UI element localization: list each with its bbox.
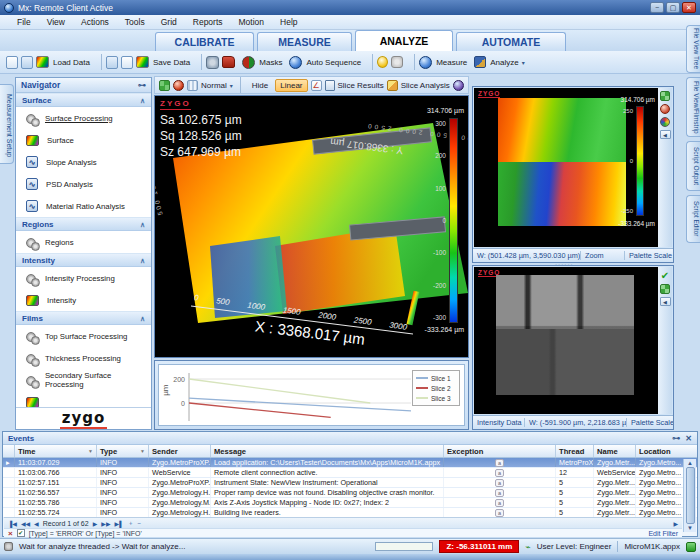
- scroll-right-icon[interactable]: ▶: [673, 520, 678, 527]
- menu-file[interactable]: File: [10, 16, 38, 28]
- col-name[interactable]: Name: [594, 445, 636, 457]
- analyze-dropdown-icon[interactable]: ▾: [522, 59, 525, 66]
- collapse-icon[interactable]: ∧: [140, 218, 145, 230]
- slice-chart-icon[interactable]: ∠: [311, 80, 322, 91]
- scroll-up-icon[interactable]: ▲: [687, 460, 693, 466]
- view-3d-icon[interactable]: [173, 80, 184, 91]
- menu-grid[interactable]: Grid: [154, 16, 184, 28]
- section-films[interactable]: Films∧: [16, 311, 151, 325]
- tab-script-output[interactable]: Script Output: [686, 141, 700, 191]
- close-panel-icon[interactable]: ✕: [685, 434, 692, 443]
- light-level-icon[interactable]: [377, 56, 388, 68]
- load-recent-icon[interactable]: [6, 56, 18, 69]
- nav-item-surface-processing[interactable]: Surface Processing: [16, 107, 151, 129]
- menu-motion[interactable]: Motion: [232, 16, 272, 28]
- layout-grid-icon[interactable]: [660, 284, 670, 294]
- nav-item-top-surface-processing[interactable]: Top Surface Processing: [16, 325, 151, 347]
- check-icon[interactable]: ✔: [661, 270, 669, 281]
- zoom-view[interactable]: ZYGO 314.706 µm 250 0 -250 -333.264 µm: [474, 88, 658, 247]
- save-copy-icon[interactable]: [106, 56, 118, 69]
- scroll-down-icon[interactable]: ▼: [687, 525, 693, 531]
- section-intensity[interactable]: Intensity∧: [16, 253, 151, 267]
- tab-automate[interactable]: AUTOMATE: [456, 32, 566, 51]
- pin-icon[interactable]: ⊶: [672, 434, 680, 443]
- nav-item-intensity-processing[interactable]: Intensity Processing: [16, 267, 151, 289]
- col-type[interactable]: Type▼: [97, 445, 149, 457]
- tab-calibrate[interactable]: CALIBRATE: [155, 32, 254, 51]
- nav-item-surface[interactable]: Surface: [16, 129, 151, 151]
- slice-results-button[interactable]: Slice Results: [338, 81, 384, 90]
- filter-checkbox[interactable]: ✔: [17, 529, 25, 537]
- close-button[interactable]: ✕: [682, 2, 696, 13]
- layout-grid-icon[interactable]: [660, 91, 670, 101]
- prev-page-button[interactable]: ◀◀: [21, 520, 30, 527]
- exception-icon[interactable]: a: [495, 469, 504, 477]
- col-exception[interactable]: Exception: [444, 445, 556, 457]
- sort-icon[interactable]: ▼: [88, 448, 93, 454]
- nav-item-psd-analysis[interactable]: ∿PSD Analysis: [16, 173, 151, 195]
- recipe-icon[interactable]: [222, 56, 235, 68]
- col-thread[interactable]: Thread: [556, 445, 594, 457]
- menu-help[interactable]: Help: [273, 16, 304, 28]
- col-time[interactable]: Time▼: [15, 445, 97, 457]
- nav-item-material-ratio-analysis[interactable]: ∿Material Ratio Analysis: [16, 195, 151, 217]
- measure-icon[interactable]: [419, 56, 432, 69]
- tab-analyze[interactable]: ANALYZE: [355, 30, 453, 51]
- scroll-thumb[interactable]: [686, 467, 695, 524]
- collapse-icon[interactable]: ∧: [140, 94, 145, 106]
- nav-item-regions[interactable]: Regions: [16, 231, 151, 253]
- collapse-strip-icon[interactable]: ◀: [660, 130, 671, 139]
- auto-sequence-button[interactable]: Auto Sequence: [306, 58, 361, 67]
- filter-icon[interactable]: ▼: [140, 448, 145, 454]
- first-record-button[interactable]: ▐◀: [8, 520, 17, 527]
- menu-actions[interactable]: Actions: [74, 16, 116, 28]
- clear-filter-icon[interactable]: ×: [8, 529, 13, 538]
- minimize-button[interactable]: −: [650, 2, 664, 13]
- exception-icon[interactable]: a: [495, 509, 504, 517]
- nav-item-clipped[interactable]: [16, 391, 151, 407]
- nav-item-secondary-surface-processing[interactable]: Secondary Surface Processing: [16, 369, 151, 391]
- display-mode-select[interactable]: Normal: [201, 81, 227, 90]
- save-as-icon[interactable]: [121, 56, 133, 69]
- event-row[interactable]: 11:03:06.766 INFO WebService Remote clie…: [3, 468, 697, 478]
- tab-file-view-filmstrip[interactable]: File View/Filmstrip: [686, 77, 700, 137]
- display-mode-dropdown-icon[interactable]: ▾: [230, 82, 233, 89]
- tab-script-editor[interactable]: Script Editor: [686, 195, 700, 243]
- menu-tools[interactable]: Tools: [118, 16, 152, 28]
- add-record-button[interactable]: ＋: [127, 519, 133, 528]
- col-location[interactable]: Location: [636, 445, 681, 457]
- tab-measure[interactable]: MEASURE: [257, 32, 352, 51]
- slice-results-icon[interactable]: [325, 80, 335, 91]
- view-options-icon[interactable]: [453, 80, 464, 91]
- layout-grid-icon[interactable]: [159, 80, 170, 91]
- load-data-button[interactable]: Load Data: [53, 58, 90, 67]
- surface-3d-view[interactable]: ZYGO Sa 102.675 µm Sq 128.526 µm Sz 647.…: [154, 95, 469, 358]
- slice-analysis-icon[interactable]: [387, 80, 398, 91]
- measure-button[interactable]: Measure: [436, 58, 467, 67]
- col-sender[interactable]: Sender: [149, 445, 211, 457]
- section-regions[interactable]: Regions∧: [16, 217, 151, 231]
- delete-record-button[interactable]: −: [137, 520, 141, 526]
- tab-measurement-setup[interactable]: Measurement Setup: [0, 84, 14, 164]
- focus-icon[interactable]: [391, 56, 403, 68]
- exception-icon[interactable]: a: [495, 489, 504, 497]
- save-data-icon[interactable]: [136, 56, 149, 68]
- view-3d-icon[interactable]: [660, 104, 670, 114]
- prev-record-button[interactable]: ◀: [34, 520, 39, 527]
- last-record-button[interactable]: ▶▌: [115, 520, 124, 527]
- next-page-button[interactable]: ▶▶: [101, 520, 110, 527]
- exception-icon[interactable]: a: [495, 479, 504, 487]
- event-row[interactable]: 11:02:57.151 INFO Zygo.MetroProXP... Ins…: [3, 478, 697, 488]
- slice-chart[interactable]: 0200µm Slice 1Slice 2Slice 3: [158, 364, 465, 426]
- collapse-icon[interactable]: ∧: [140, 254, 145, 266]
- menu-reports[interactable]: Reports: [186, 16, 230, 28]
- exception-icon[interactable]: a: [495, 459, 504, 467]
- slice-analysis-button[interactable]: Slice Analysis: [401, 81, 450, 90]
- analyze-icon[interactable]: [474, 56, 486, 68]
- auto-sequence-icon[interactable]: [289, 56, 302, 69]
- save-data-button[interactable]: Save Data: [153, 58, 190, 67]
- collapse-strip-icon[interactable]: ◀: [660, 297, 671, 306]
- load-from-icon[interactable]: [21, 56, 33, 69]
- maximize-button[interactable]: ▢: [666, 2, 680, 13]
- collapse-icon[interactable]: ∧: [140, 312, 145, 324]
